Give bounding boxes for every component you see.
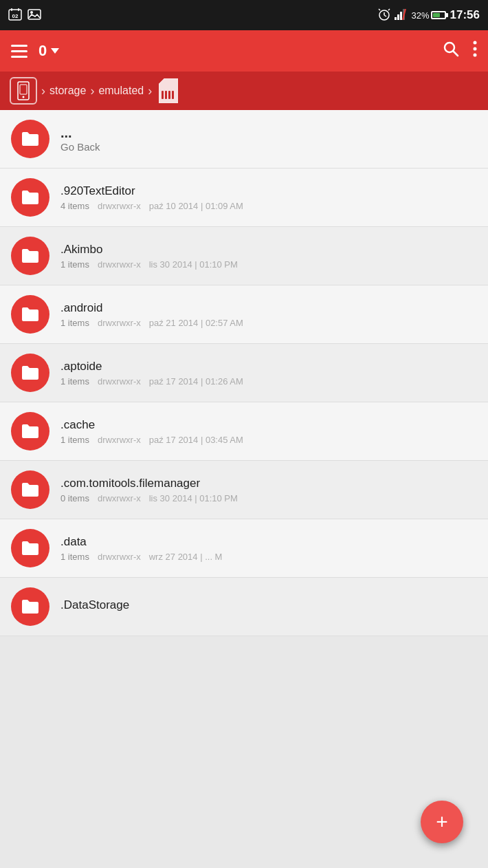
svg-point-19: [474, 47, 477, 51]
file-meta: 0 items drwxrwxr-x lis 30 2014 | 01:10 P…: [60, 493, 477, 503]
file-permissions: drwxrwxr-x: [98, 435, 141, 445]
chevron-3-icon: ›: [148, 84, 152, 98]
search-icon[interactable]: [443, 41, 459, 61]
folder-icon: [11, 295, 49, 334]
file-date: paź 17 2014 | 01:26 AM: [149, 376, 243, 387]
file-meta: 1 items drwxrwxr-x paź 17 2014 | 01:26 A…: [60, 376, 477, 387]
status-bar-right: 32% 17:56: [378, 8, 480, 23]
folder-icon: [11, 529, 49, 567]
svg-line-9: [379, 9, 380, 10]
file-permissions: drwxrwxr-x: [98, 318, 141, 328]
file-items-count: 1 items: [60, 552, 89, 562]
svg-point-20: [474, 54, 477, 57]
file-permissions: drwxrwxr-x: [98, 259, 141, 270]
list-item[interactable]: .aptoide 1 items drwxrwxr-x paź 17 2014 …: [0, 344, 488, 402]
file-items-count: 1 items: [60, 259, 89, 270]
app-bar-actions: [443, 41, 477, 61]
app-bar: 0: [0, 30, 488, 72]
clock: 17:56: [450, 8, 480, 22]
file-date: paź 10 2014 | 01:09 AM: [149, 201, 243, 211]
hamburger-menu[interactable]: [11, 45, 27, 58]
selection-dropdown[interactable]: 0: [38, 42, 59, 60]
svg-line-17: [453, 51, 458, 56]
file-date: paź 21 2014 | 02:57 AM: [149, 318, 243, 328]
folder-icon: [11, 470, 49, 509]
svg-rect-12: [397, 14, 399, 20]
alarm-icon: [378, 8, 390, 23]
file-items-count: 1 items: [60, 376, 89, 387]
file-name: .android: [60, 301, 477, 315]
folder-icon: [11, 354, 49, 392]
svg-text:02: 02: [12, 13, 19, 19]
file-meta: 1 items drwxrwxr-x paź 21 2014 | 02:57 A…: [60, 318, 477, 328]
breadcrumb-emulated[interactable]: emulated: [98, 85, 144, 97]
list-item[interactable]: .com.tomitools.filemanager 0 items drwxr…: [0, 461, 488, 519]
file-info: .aptoide 1 items drwxrwxr-x paź 17 2014 …: [60, 360, 477, 387]
file-name: .920TextEditor: [60, 184, 477, 198]
calendar-icon: 02: [8, 8, 22, 23]
file-date: lis 30 2014 | 01:10 PM: [149, 259, 238, 270]
go-back-label: Go Back: [60, 141, 477, 153]
svg-rect-26: [168, 91, 170, 99]
svg-rect-11: [395, 17, 397, 20]
folder-icon: [11, 412, 49, 451]
more-options-icon[interactable]: [473, 41, 477, 61]
svg-rect-25: [165, 91, 167, 99]
file-items-count: 1 items: [60, 435, 89, 445]
file-permissions: drwxrwxr-x: [98, 201, 141, 211]
file-permissions: drwxrwxr-x: [98, 493, 141, 503]
list-item[interactable]: .cache 1 items drwxrwxr-x paź 17 2014 | …: [0, 402, 488, 461]
file-date: wrz 27 2014 | ... M: [149, 552, 223, 562]
selection-count: 0: [38, 42, 47, 60]
file-name: .cache: [60, 418, 477, 432]
folder-icon: [11, 587, 49, 626]
list-item[interactable]: .DataStorage: [0, 578, 488, 636]
file-info: .920TextEditor 4 items drwxrwxr-x paź 10…: [60, 184, 477, 211]
list-item[interactable]: .android 1 items drwxrwxr-x paź 21 2014 …: [0, 285, 488, 344]
svg-point-23: [23, 96, 25, 98]
file-meta: 1 items drwxrwxr-x paź 17 2014 | 03:45 A…: [60, 435, 477, 445]
svg-point-18: [474, 41, 477, 45]
file-name: .Akimbo: [60, 243, 477, 257]
list-item[interactable]: .920TextEditor 4 items drwxrwxr-x paź 10…: [0, 169, 488, 227]
file-info: .com.tomitools.filemanager 0 items drwxr…: [60, 477, 477, 503]
svg-rect-24: [162, 91, 164, 99]
file-info: .android 1 items drwxrwxr-x paź 21 2014 …: [60, 301, 477, 328]
signal-icon: [395, 9, 407, 22]
file-name: .aptoide: [60, 360, 477, 373]
svg-rect-27: [172, 91, 174, 99]
file-meta: 1 items drwxrwxr-x lis 30 2014 | 01:10 P…: [60, 259, 477, 270]
svg-rect-4: [28, 10, 41, 19]
file-name: .data: [60, 535, 477, 549]
chevron-1-icon: ›: [41, 84, 45, 98]
file-date: paź 17 2014 | 03:45 AM: [149, 435, 243, 445]
go-back-item[interactable]: ... Go Back: [0, 110, 488, 169]
svg-point-5: [30, 11, 33, 14]
folder-icon: [11, 237, 49, 275]
list-item[interactable]: .Akimbo 1 items drwxrwxr-x lis 30 2014 |…: [0, 227, 488, 285]
go-back-dots: ...: [60, 125, 477, 141]
plus-icon: +: [436, 812, 448, 832]
svg-rect-22: [20, 85, 27, 94]
file-items-count: 0 items: [60, 493, 89, 503]
file-name: .DataStorage: [60, 598, 477, 612]
sd-card-icon[interactable]: [156, 77, 181, 105]
folder-icon: [11, 178, 49, 217]
file-items-count: 1 items: [60, 318, 89, 328]
file-info: .data 1 items drwxrwxr-x wrz 27 2014 | .…: [60, 535, 477, 562]
device-icon[interactable]: [10, 77, 37, 105]
list-item[interactable]: .data 1 items drwxrwxr-x wrz 27 2014 | .…: [0, 519, 488, 578]
file-info: .Akimbo 1 items drwxrwxr-x lis 30 2014 |…: [60, 243, 477, 270]
chevron-2-icon: ›: [90, 84, 94, 98]
battery-indicator: 32%: [411, 10, 445, 21]
file-name: .com.tomitools.filemanager: [60, 477, 477, 490]
file-list: ... Go Back .920TextEditor 4 items drwxr…: [0, 110, 488, 868]
go-back-folder-icon: [11, 120, 49, 158]
fab-add-button[interactable]: +: [421, 801, 463, 843]
status-bar-left: 02: [8, 8, 41, 23]
go-back-info: ... Go Back: [60, 125, 477, 153]
file-date: lis 30 2014 | 01:10 PM: [149, 493, 238, 503]
breadcrumb-storage[interactable]: storage: [49, 85, 86, 97]
svg-line-10: [388, 9, 390, 10]
file-permissions: drwxrwxr-x: [98, 552, 141, 562]
